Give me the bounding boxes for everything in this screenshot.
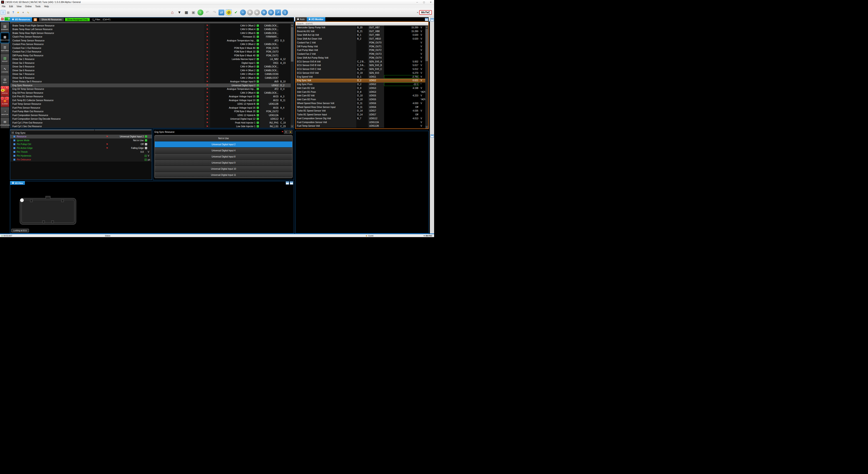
collapse-icon[interactable]: ▬ xyxy=(11,131,14,134)
menu-item-tools[interactable]: Tools xyxy=(33,5,42,8)
monitor-row[interactable]: Eng Sync VoltD_2UDIG20.021V xyxy=(296,79,428,83)
popup-option[interactable]: Universal Digital Input 10 xyxy=(155,166,292,172)
tab-auto[interactable]: Auto xyxy=(295,17,307,22)
sidebar-item-adjust[interactable]: ▧ADJUST xyxy=(0,54,9,64)
signal-icon[interactable]: ∿ xyxy=(26,10,30,14)
find-icon[interactable]: ⌖ xyxy=(21,10,25,14)
assignment-dropdown-icon[interactable] xyxy=(256,24,259,27)
resources-scrollbar[interactable]: ▲ ▼ xyxy=(291,24,293,128)
monitor-row[interactable]: Intercooler Spray Pump VoltB_20OUT_HB715… xyxy=(296,26,428,29)
monitor-row[interactable]: Diff Pump Relay VoltPDM_OUT1V xyxy=(296,45,428,49)
resource-row[interactable]: Exh Temp B1 Collector Sensor Resource⚑An… xyxy=(10,98,291,102)
scroll-up-icon[interactable]: ▲ xyxy=(291,24,293,27)
resource-row[interactable]: Driver Sw 7 Resource⚑CAN 1 Offset 4CANBL… xyxy=(10,72,291,76)
assignment-dropdown-icon[interactable] xyxy=(256,28,259,31)
sidebar-item-features[interactable]: ☰FEATURES xyxy=(0,43,9,54)
pin-a1[interactable] xyxy=(20,199,24,202)
sidebar-item-summary[interactable]: ▤SUMMARY xyxy=(0,22,9,33)
tab-io-monitor[interactable]: I/O Monitor xyxy=(307,17,326,22)
assignment-dropdown-icon[interactable] xyxy=(256,121,259,124)
launch-icon[interactable]: ↗ xyxy=(275,9,281,16)
table-icon[interactable] xyxy=(145,155,147,157)
assignment-dropdown-icon[interactable] xyxy=(256,110,259,113)
sidebar-item-status[interactable]: ⚠STATUS9++529+ xyxy=(0,86,9,96)
assignment-dropdown-icon[interactable] xyxy=(256,43,259,46)
dock-icon-top[interactable] xyxy=(431,18,434,21)
table-icon[interactable] xyxy=(145,158,147,161)
menu-item-online[interactable]: Online xyxy=(23,5,33,8)
monitor-row[interactable]: Fuel Pump Main VoltPDM_OUT2V xyxy=(296,49,428,52)
assignment-dropdown-icon[interactable] xyxy=(256,92,259,94)
home-icon[interactable]: ⌂ xyxy=(169,9,175,16)
dock-icon-mid[interactable] xyxy=(431,135,434,138)
table-even-icon[interactable]: ⊟ xyxy=(268,9,274,16)
resource-row[interactable]: Eng Oil Pres Sensor Resource⚑CAN 3 Offse… xyxy=(10,91,291,95)
redo-icon[interactable]: ↷ xyxy=(212,9,217,16)
monitor-row[interactable]: Eng Sync PosnD_2UDIG2-12.1° xyxy=(296,82,428,86)
neutral-icon[interactable]: ◆ xyxy=(254,9,260,16)
assignment-dropdown-icon[interactable] xyxy=(256,47,259,49)
assignment-dropdown-icon[interactable] xyxy=(256,103,259,105)
assignment-dropdown-icon[interactable] xyxy=(256,95,259,98)
parameter-dropdown-icon[interactable] xyxy=(145,147,147,149)
monitor-row[interactable]: Boost Act B1 VoltB_21OUT_HB815.289V xyxy=(296,29,428,33)
resource-row[interactable]: Brake Temp Rear Left Sensor Resource⚑CAN… xyxy=(10,28,291,31)
eng-sync-row-ignore-mode[interactable]: Ignore ModeNot in Use xyxy=(10,139,152,142)
assignment-dropdown-icon[interactable] xyxy=(256,114,259,117)
monitor-scrollbar[interactable]: ▲ ▼ xyxy=(425,26,428,128)
resource-row[interactable]: Coolant Pres Sensor Resource⚑CAN 3 Offse… xyxy=(10,42,291,47)
monitor-row[interactable]: Inlet Cam B2 PosnD_10UDIG5°ADV xyxy=(296,97,428,101)
resource-row[interactable]: Fuel Composition Sensor Dig Decode Resou… xyxy=(10,117,291,121)
panel-menu-icon[interactable] xyxy=(33,18,37,21)
resource-row[interactable]: Fuel Composition Sensor Resource⚑UDIG 12… xyxy=(10,113,291,117)
resource-row[interactable]: Brake Temp Front Right Sensor Resource⚑C… xyxy=(10,24,291,28)
assignment-dropdown-icon[interactable] xyxy=(256,73,259,75)
popup-option[interactable]: Not in Use xyxy=(155,135,292,141)
thumbs-up-icon[interactable]: ⇧ xyxy=(284,130,288,134)
menu-item-file[interactable]: File xyxy=(0,5,7,8)
resource-row[interactable]: Eng Sync Resource⚑Universal Digital Inpu… xyxy=(10,84,291,87)
assignment-dropdown-icon[interactable] xyxy=(256,62,259,64)
scroll-thumb[interactable] xyxy=(426,29,428,61)
save-icon[interactable]: ▣ xyxy=(190,9,196,16)
assignment-dropdown-icon[interactable] xyxy=(256,65,259,68)
popup-option[interactable]: Universal Digital Input 9 xyxy=(155,160,292,166)
menu-item-help[interactable]: Help xyxy=(42,5,51,8)
assignment-dropdown-icon[interactable] xyxy=(256,39,259,42)
assignment-dropdown-icon[interactable] xyxy=(256,88,259,90)
scroll-down-icon[interactable]: ▼ xyxy=(425,126,428,128)
resource-row[interactable]: Driver Sw 8 Resource⚑CAN 1 Offset 6CANBL… xyxy=(10,76,291,80)
transfer-icon[interactable]: ⇄ xyxy=(219,9,224,16)
monitor-row[interactable]: Fuel Composition Sensor Dig VoltB_7UDIG1… xyxy=(296,117,428,120)
assignment-dropdown-icon[interactable] xyxy=(256,69,259,72)
assignment-dropdown-icon[interactable] xyxy=(256,32,259,34)
eng-sync-row-pin-pullup-ctrl[interactable]: Pin Pullup Ctrl⚑Off xyxy=(10,142,152,146)
resource-row[interactable]: Driver Sw 5 Resource⚑CAN 4 Offset 0CANBL… xyxy=(10,65,291,69)
sidebar-item-resources[interactable]: ▦RESOURCES xyxy=(0,33,9,43)
resource-row[interactable]: Driver Rotary Sw 5 Resource⚑Analogue Vol… xyxy=(10,80,291,84)
resource-row[interactable]: Driver Sw 1 Resource⚑Lambda Narrow Input… xyxy=(10,57,291,61)
window-layout-icon[interactable]: ▯ xyxy=(1,10,5,15)
assignment-dropdown-icon[interactable] xyxy=(256,51,259,53)
monitor-row[interactable]: Inlet Cam B1 PosnD_8UDIG3°ADV xyxy=(296,90,428,94)
resource-row[interactable]: Fuel Cyl 1 Prim Out Resource⚑Peak Hold I… xyxy=(10,121,291,125)
add-icon[interactable]: + xyxy=(240,9,246,16)
monitor-row[interactable]: Inlet Cam B2 VoltD_10UDIG54.223V xyxy=(296,94,428,98)
assignment-dropdown-icon[interactable] xyxy=(256,35,259,38)
tab-io-pins[interactable]: I/O Pins xyxy=(10,181,25,185)
monitor-row[interactable]: Gear Shift Act Down VoltB_2OUT_HB100.020… xyxy=(296,37,428,41)
monitor-row[interactable]: Wheel Speed Rear Drive Sensor InputD_11U… xyxy=(296,105,428,109)
undo-icon[interactable]: ↶ xyxy=(205,9,210,16)
sidebar-item-zero[interactable]: ◎ZERO xyxy=(0,75,9,86)
package-icon[interactable]: ▼ xyxy=(177,9,182,16)
resource-row[interactable]: Fuel Pump Main Out Resource⚑PDM Byte 0 M… xyxy=(10,110,291,114)
menu-item-view[interactable]: View xyxy=(15,5,23,8)
document-icon[interactable]: ▤ xyxy=(6,10,10,14)
verify-icon[interactable]: ✔ xyxy=(233,9,239,16)
menu-item-edit[interactable]: Edit xyxy=(7,5,15,8)
eng-sync-row-resource[interactable]: Resource⚑Universal Digital Input 2 xyxy=(10,135,152,139)
assignment-dropdown-icon[interactable] xyxy=(256,58,259,60)
maximize-button[interactable]: ▢ xyxy=(421,0,427,4)
monitor-row[interactable]: Fuel Temp Sensor VoltUDIG12BV xyxy=(296,124,428,128)
assignment-dropdown-icon[interactable] xyxy=(256,54,259,57)
